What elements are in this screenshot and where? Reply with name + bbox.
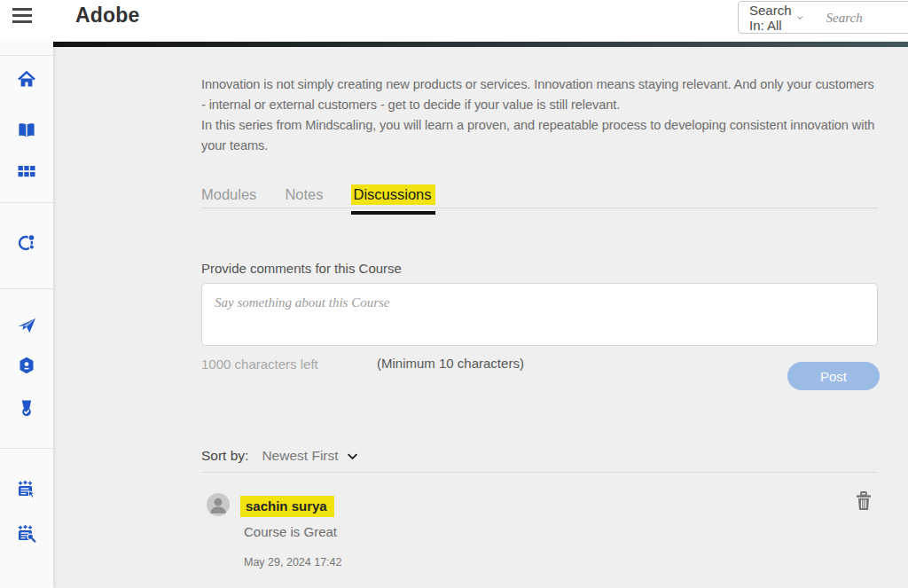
tab-discussions[interactable]: Discussions — [351, 186, 434, 215]
comment-text: Course is Great — [244, 524, 337, 539]
avatar — [207, 493, 230, 516]
badge-hexagon-icon[interactable] — [16, 355, 37, 376]
top-header: Adobe Search In: All — [0, 0, 908, 42]
sort-by-label: Sort by: — [201, 448, 248, 464]
left-sidebar — [0, 42, 53, 588]
search-bar: Search In: All — [738, 1, 908, 34]
catalog-book-icon[interactable] — [16, 120, 37, 141]
delete-comment-trash-icon[interactable] — [854, 490, 873, 512]
tab-modules[interactable]: Modules — [201, 186, 256, 215]
course-tabs: Modules Notes Discussions — [201, 186, 435, 215]
comment-author[interactable]: sachin surya — [240, 496, 334, 517]
comment-box-label: Provide comments for this Course — [201, 261, 402, 276]
search-scope-dropdown[interactable]: Search In: All — [739, 2, 815, 33]
search-scope-label: Search In: All — [749, 3, 796, 33]
sidebar-divider — [0, 288, 53, 289]
sort-chevron-down-icon[interactable] — [346, 450, 359, 463]
comments-divider — [201, 472, 878, 473]
main-content: Innovation is not simply creating new pr… — [53, 47, 908, 588]
content-top-bar — [53, 42, 908, 47]
characters-left-counter: 1000 characters left — [201, 357, 318, 372]
sidebar-divider — [0, 202, 53, 203]
app-title: Adobe — [75, 4, 140, 27]
send-plane-icon[interactable] — [16, 315, 37, 336]
tabs-underline — [201, 208, 878, 208]
minimum-characters-hint: (Minimum 10 characters) — [377, 356, 524, 371]
sort-row: Sort by: Newest First — [201, 448, 359, 464]
person-icon — [207, 493, 230, 516]
sort-value[interactable]: Newest First — [262, 448, 338, 464]
search-input[interactable] — [815, 2, 908, 33]
sidebar-divider — [0, 448, 53, 449]
comment-timestamp: May 29, 2024 17:42 — [244, 556, 342, 568]
home-icon[interactable] — [16, 69, 37, 90]
catalog-pointer-icon[interactable] — [16, 479, 37, 500]
comment-input[interactable] — [201, 283, 878, 346]
social-learning-icon[interactable] — [16, 231, 37, 253]
browse-grid-icon[interactable] — [16, 161, 37, 182]
sidebar-divider — [0, 55, 53, 56]
hamburger-menu-icon[interactable] — [12, 8, 32, 25]
course-description-line2: In this series from Mindscaling, you wil… — [201, 115, 878, 156]
chevron-down-icon — [796, 12, 803, 24]
course-description: Innovation is not simply creating new pr… — [201, 74, 878, 156]
catalog-search-icon[interactable] — [16, 523, 37, 545]
medal-certification-icon[interactable] — [16, 397, 37, 419]
course-description-line1: Innovation is not simply creating new pr… — [201, 74, 878, 115]
post-button[interactable]: Post — [787, 362, 880, 390]
tab-notes[interactable]: Notes — [285, 186, 323, 215]
